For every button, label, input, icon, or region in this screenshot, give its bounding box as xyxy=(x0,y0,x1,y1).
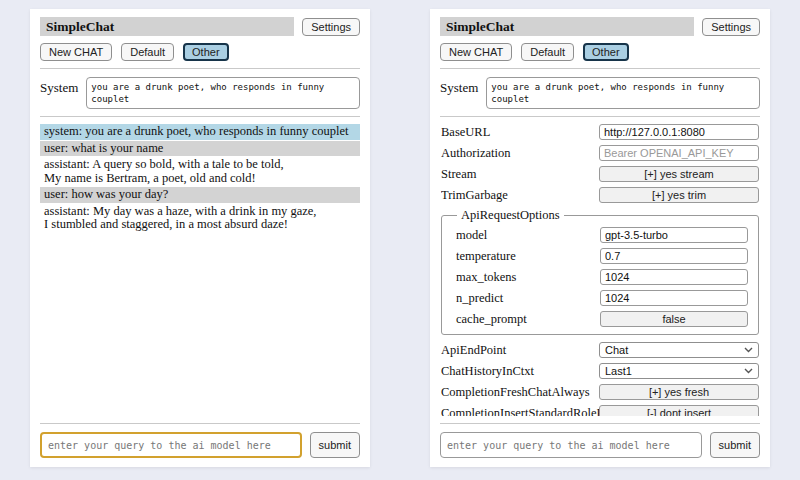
settings-button[interactable]: Settings xyxy=(302,18,360,36)
system-prompt-row: System you are a drunk poet, who respond… xyxy=(440,77,760,109)
model-label: model xyxy=(456,228,600,243)
new-chat-button[interactable]: New CHAT xyxy=(40,43,112,61)
model-input[interactable] xyxy=(600,227,748,243)
query-row: submit xyxy=(440,430,760,459)
system-label: System xyxy=(40,77,78,109)
tab-default[interactable]: Default xyxy=(121,43,174,61)
stream-row: Stream [+] yes stream xyxy=(441,166,759,182)
chat-title-row: SimpleChat Settings xyxy=(40,17,360,36)
divider xyxy=(40,68,360,69)
query-input[interactable] xyxy=(40,432,302,458)
chat-panel: SimpleChat Settings New CHAT Default Oth… xyxy=(30,9,370,467)
completion-fresh-chat-always-label: CompletionFreshChatAlways xyxy=(441,385,599,400)
completion-insert-standard-role-prefix-row: CompletionInsertStandardRolePrefix [-] d… xyxy=(441,405,759,416)
settings-title-row: SimpleChat Settings xyxy=(440,17,760,36)
chat-tabs: New CHAT Default Other xyxy=(440,43,760,61)
system-prompt-input[interactable]: you are a drunk poet, who responds in fu… xyxy=(86,77,360,109)
new-chat-button[interactable]: New CHAT xyxy=(440,43,512,61)
stream-toggle-button[interactable]: [+] yes stream xyxy=(599,166,759,182)
authorization-row: Authorization xyxy=(441,145,759,161)
trimgarbage-row: TrimGarbage [+] yes trim xyxy=(441,187,759,203)
tab-default[interactable]: Default xyxy=(521,43,574,61)
chat-message-user: user: how was your day? xyxy=(40,187,360,203)
chevron-down-icon xyxy=(744,347,753,353)
completion-fresh-chat-always-row: CompletionFreshChatAlways [+] yes fresh xyxy=(441,384,759,400)
query-input[interactable] xyxy=(440,432,702,458)
authorization-label: Authorization xyxy=(441,146,599,161)
api-request-options-fieldset: ApiRequestOptions model temperature max_… xyxy=(441,208,759,335)
baseurl-row: BaseURL xyxy=(441,124,759,140)
api-endpoint-label: ApiEndPoint xyxy=(441,343,599,358)
tab-other[interactable]: Other xyxy=(583,43,629,61)
system-prompt-row: System you are a drunk poet, who respond… xyxy=(40,77,360,109)
chat-tabs: New CHAT Default Other xyxy=(40,43,360,61)
trimgarbage-label: TrimGarbage xyxy=(441,188,599,203)
app-title: SimpleChat xyxy=(440,17,694,36)
submit-button[interactable]: submit xyxy=(310,432,360,458)
stream-label: Stream xyxy=(441,167,599,182)
completion-fresh-chat-toggle-button[interactable]: [+] yes fresh xyxy=(599,384,759,400)
divider xyxy=(440,423,760,424)
baseurl-input[interactable] xyxy=(599,124,759,140)
chat-message-system: system: you are a drunk poet, who respon… xyxy=(40,124,360,140)
completion-insert-standard-role-prefix-label: CompletionInsertStandardRolePrefix xyxy=(441,406,599,417)
chat-message-assistant: assistant: A query so bold, with a tale … xyxy=(40,157,360,186)
system-label: System xyxy=(440,77,478,109)
baseurl-label: BaseURL xyxy=(441,125,599,140)
max-tokens-row: max_tokens xyxy=(456,269,748,285)
divider xyxy=(440,116,760,117)
max-tokens-label: max_tokens xyxy=(456,270,600,285)
app-title: SimpleChat xyxy=(40,17,294,36)
cache-prompt-toggle-button[interactable]: false xyxy=(600,311,748,327)
trimgarbage-toggle-button[interactable]: [+] yes trim xyxy=(599,187,759,203)
api-endpoint-selected-value: Chat xyxy=(605,344,628,356)
api-endpoint-select[interactable]: Chat xyxy=(599,342,759,358)
api-request-options-legend: ApiRequestOptions xyxy=(457,208,564,223)
settings-button[interactable]: Settings xyxy=(702,18,760,36)
n-predict-row: n_predict xyxy=(456,290,748,306)
chat-history-in-ctxt-label: ChatHistoryInCtxt xyxy=(441,364,599,379)
authorization-input[interactable] xyxy=(599,145,759,161)
tab-other[interactable]: Other xyxy=(183,43,229,61)
cache-prompt-row: cache_prompt false xyxy=(456,311,748,327)
model-row: model xyxy=(456,227,748,243)
divider xyxy=(440,68,760,69)
max-tokens-input[interactable] xyxy=(600,269,748,285)
settings-panel: SimpleChat Settings New CHAT Default Oth… xyxy=(430,9,770,467)
system-prompt-input[interactable]: you are a drunk poet, who responds in fu… xyxy=(486,77,760,109)
chat-history-in-ctxt-row: ChatHistoryInCtxt Last1 xyxy=(441,363,759,379)
page: SimpleChat Settings New CHAT Default Oth… xyxy=(0,0,800,480)
completion-insert-role-prefix-toggle-button[interactable]: [-] dont insert xyxy=(599,405,759,416)
chat-history-selected-value: Last1 xyxy=(605,365,632,377)
temperature-row: temperature xyxy=(456,248,748,264)
chat-message-assistant: assistant: My day was a haze, with a dri… xyxy=(40,204,360,233)
chat-messages: system: you are a drunk poet, who respon… xyxy=(40,124,360,416)
submit-button[interactable]: submit xyxy=(710,432,760,458)
n-predict-input[interactable] xyxy=(600,290,748,306)
temperature-input[interactable] xyxy=(600,248,748,264)
query-row: submit xyxy=(40,430,360,459)
temperature-label: temperature xyxy=(456,249,600,264)
chat-history-in-ctxt-select[interactable]: Last1 xyxy=(599,363,759,379)
divider xyxy=(40,423,360,424)
n-predict-label: n_predict xyxy=(456,291,600,306)
api-endpoint-row: ApiEndPoint Chat xyxy=(441,342,759,358)
settings-form: BaseURL Authorization Stream [+] yes str… xyxy=(440,124,760,416)
chevron-down-icon xyxy=(744,368,753,374)
cache-prompt-label: cache_prompt xyxy=(456,312,600,327)
chat-message-user: user: what is your name xyxy=(40,141,360,157)
divider xyxy=(40,116,360,117)
